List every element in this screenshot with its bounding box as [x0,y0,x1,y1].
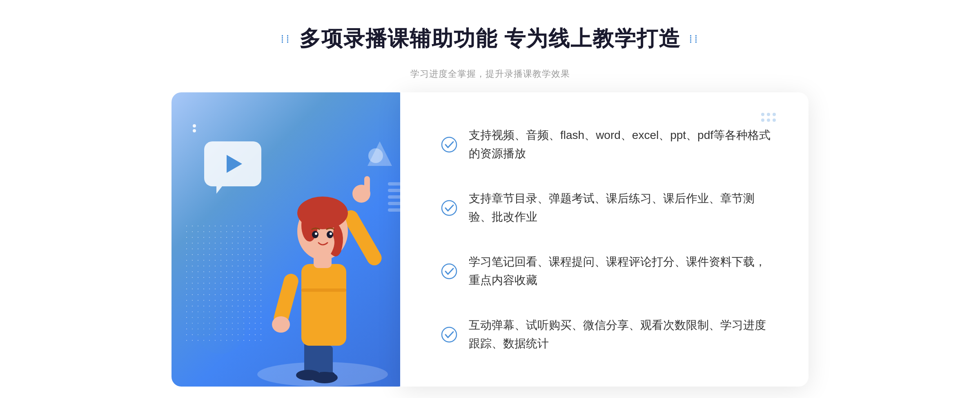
check-icon-3 [441,263,457,279]
play-icon [227,155,242,173]
page-title: 多项录播课辅助功能 专为线上教学打造 [299,25,681,53]
svg-point-21 [330,233,332,235]
main-content: » [172,92,808,387]
page-subtitle: 学习进度全掌握，提升录播课教学效果 [410,68,570,80]
svg-point-25 [442,264,457,279]
svg-point-26 [442,327,457,342]
svg-point-13 [272,316,290,333]
sparkle-dot-1 [193,124,196,127]
page-header: ⁞⁞ 多项录播课辅助功能 专为线上教学打造 ⁞⁞ [281,25,699,53]
check-icon-1 [441,136,457,153]
svg-rect-11 [364,176,370,197]
svg-rect-9 [341,208,384,268]
svg-point-20 [315,233,317,235]
sparkle-dot-2 [193,129,196,132]
dot-1 [761,113,764,116]
dot-5 [767,119,770,122]
feature-text-4: 互动弹幕、试听购买、微信分享、观看次数限制、学习进度跟踪、数据统计 [469,316,776,353]
sparkle-decoration [193,124,196,132]
svg-rect-8 [301,288,346,292]
feature-item-4: 互动弹幕、试听购买、微信分享、观看次数限制、学习进度跟踪、数据统计 [441,316,776,353]
check-icon-4 [441,326,457,343]
svg-point-6 [296,370,321,380]
features-card: 支持视频、音频、flash、word、excel、ppt、pdf等各种格式的资源… [400,92,808,387]
figure-illustration [241,133,404,387]
feature-item-2: 支持章节目录、弹题考试、课后练习、课后作业、章节测验、批改作业 [441,190,776,226]
svg-point-22 [368,148,383,163]
dot-4 [761,119,764,122]
small-circle-deco [188,309,216,338]
right-top-dots-deco [761,113,776,122]
page-container: ⁞⁞ 多项录播课辅助功能 专为线上教学打造 ⁞⁞ 学习进度全掌握，提升录播课教学… [0,0,980,398]
character-svg [241,133,404,387]
svg-point-23 [442,137,457,152]
svg-point-24 [442,201,457,215]
check-icon-2 [441,200,457,216]
dots-right-deco: ⁞⁞ [689,32,699,46]
dot-2 [767,113,770,116]
dots-left-deco: ⁞⁞ [281,32,291,46]
dot-6 [773,119,776,122]
feature-text-2: 支持章节目录、弹题考试、课后练习、课后作业、章节测验、批改作业 [469,190,776,226]
feature-text-3: 学习笔记回看、课程提问、课程评论打分、课件资料下载，重点内容收藏 [469,253,776,290]
illustration-card [172,92,408,387]
svg-rect-7 [301,264,346,346]
dot-3 [773,113,776,116]
feature-text-1: 支持视频、音频、flash、word、excel、ppt、pdf等各种格式的资源… [469,126,776,163]
feature-item-1: 支持视频、音频、flash、word、excel、ppt、pdf等各种格式的资源… [441,126,776,163]
feature-item-3: 学习笔记回看、课程提问、课程评论打分、课件资料下载，重点内容收藏 [441,253,776,290]
